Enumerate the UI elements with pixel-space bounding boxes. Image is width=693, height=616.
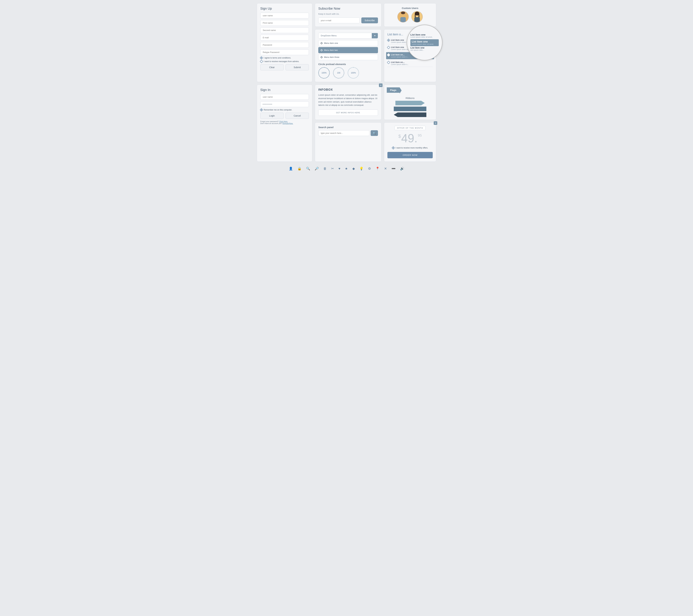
price-main: 49.	[401, 132, 418, 144]
search-row: 🔍	[318, 130, 378, 136]
user-icon[interactable]: 👤	[289, 166, 293, 171]
flags-label: Flags	[387, 87, 400, 93]
forgot-link[interactable]: Click Here.	[279, 120, 288, 122]
signin-links: Forgot your password? Click Here. Don't …	[260, 120, 309, 124]
infobox-close-button[interactable]: ✕	[379, 83, 382, 87]
infobox-panel: ✕ INFOBOX Lorem ipsum dolor sit amet, co…	[315, 85, 381, 120]
list-diamond-4	[387, 61, 390, 64]
circle-value-3: 100%	[351, 72, 356, 74]
login-button[interactable]: Login	[260, 113, 283, 119]
dropdown-row[interactable]: DropDown Menu ▼	[318, 33, 378, 38]
menu-item-three-label: Menu item three	[324, 56, 339, 58]
monthly-checkbox-row[interactable]: I want to receive more monthly offers.	[388, 147, 433, 149]
clear-button[interactable]: Clear	[260, 64, 283, 71]
avatars-row	[388, 11, 433, 22]
list-item-4[interactable]: List item on... Lorem ipsum dolor s...	[388, 60, 433, 67]
dropdown-arrow-icon[interactable]: ▼	[372, 33, 378, 38]
lightbulb-icon[interactable]: 💡	[359, 166, 363, 171]
list-diamond-3	[387, 53, 390, 57]
agree-checkbox[interactable]	[260, 56, 263, 59]
trash-icon[interactable]: 🗑	[323, 167, 326, 171]
remember-checkbox-row[interactable]: Remember me on this computer.	[260, 109, 309, 111]
submit-button[interactable]: Submit	[285, 64, 309, 71]
signin-username-input[interactable]	[260, 94, 309, 100]
signup-password-input[interactable]	[260, 42, 309, 48]
list-diamond-1	[387, 39, 390, 42]
gear-icon[interactable]: ⚙	[368, 166, 371, 171]
search-button[interactable]: 🔍	[371, 130, 378, 136]
flag-banner: Flags	[387, 87, 433, 95]
offer-panel: ✕ OFFER OF THE MONTH $ 49. 95 I want to …	[384, 122, 436, 162]
circles-row: 100% 100 100%	[318, 67, 378, 79]
signup-retype-input[interactable]	[260, 49, 309, 55]
order-now-button[interactable]: ORDER NOW	[388, 152, 433, 158]
heart-icon[interactable]: ♥	[338, 167, 340, 171]
remember-label: Remember me on this computer.	[264, 109, 292, 111]
menu-diamond-three-icon	[320, 56, 323, 58]
signin-title: Sign In	[260, 88, 309, 92]
avatar-male-figure	[397, 11, 409, 22]
custom-users-panel: Custom Users	[384, 3, 436, 27]
infobox-cta-button[interactable]: GET MORE INFOS HERE	[318, 110, 378, 116]
agree-label: I agree to terms and conditions.	[264, 57, 291, 59]
signin-password-input[interactable]	[260, 101, 309, 107]
zoom-out-icon[interactable]: 🔎	[315, 166, 319, 171]
magnify-item-1-title: List item one	[410, 33, 439, 36]
signup-email-input[interactable]	[260, 35, 309, 40]
remember-checkbox[interactable]	[260, 108, 263, 112]
zoom-in-icon[interactable]: 🔍	[306, 166, 310, 171]
list-item-2-content: List item one Lorem ipsum dolor sit...	[391, 46, 410, 51]
menu-item-two[interactable]: Menu item two	[318, 47, 378, 53]
register-link[interactable]: RegisterNow.	[282, 122, 293, 124]
cancel-button[interactable]: Cancel	[285, 113, 309, 119]
forgot-text: Forgot your password?	[260, 120, 279, 122]
custom-users-title: Custom Users	[388, 7, 433, 9]
subscribe-panel: Subscribe Now Keep in touch with Us. Sub…	[315, 3, 381, 27]
signin-btn-row: Login Cancel	[260, 113, 309, 119]
subscribe-email-input[interactable]	[318, 17, 360, 23]
menu-item-three[interactable]: Menu item three	[318, 54, 378, 60]
pin-icon[interactable]: 📍	[376, 166, 380, 171]
scissors-icon[interactable]: ✂	[331, 166, 334, 171]
offer-close-button[interactable]: ✕	[434, 121, 437, 125]
svg-rect-1	[400, 17, 406, 22]
agree-checkbox-row[interactable]: I agree to terms and conditions.	[260, 57, 309, 59]
star-icon[interactable]: ★	[345, 166, 348, 171]
menu-item-one[interactable]: Menu item one	[318, 40, 378, 46]
magnify-item-3-title: List item one	[410, 46, 439, 49]
diamond-icon[interactable]: ◆	[352, 166, 355, 171]
menu-item-one-label: Menu item one	[324, 42, 338, 44]
magnify-item-1: List item one Lorem ipsum dolor sit amet…	[410, 33, 439, 38]
search-title: Search panel	[318, 126, 378, 128]
list-item-2-title: List item one	[391, 46, 410, 48]
lock-icon[interactable]: 🔒	[297, 166, 301, 171]
ribbon-1	[395, 101, 425, 105]
messages-checkbox-row[interactable]: I want to receive messages from admins.	[260, 60, 309, 63]
subscribe-button[interactable]: Subscribe	[361, 17, 378, 23]
ribbon-2	[394, 106, 427, 111]
monthly-checkbox[interactable]	[392, 146, 395, 150]
list-diamond-2	[387, 46, 390, 49]
circles-title: Circle preload elements	[318, 63, 378, 65]
infobox-title: INFOBOX	[318, 88, 378, 92]
list-item-4-sub: Lorem ipsum dolor s...	[391, 63, 409, 65]
signup-firstname-input[interactable]	[260, 20, 309, 26]
signup-panel: Sign Up I agree to terms and conditions.…	[257, 3, 312, 82]
menu-item-two-label: Menu item two	[324, 49, 338, 51]
circle-loader-3: 100%	[348, 67, 359, 79]
close-icon[interactable]: ✕	[384, 166, 387, 171]
svg-rect-4	[414, 17, 420, 22]
search-panel: Search panel 🔍	[315, 122, 381, 162]
signup-title: Sign Up	[260, 7, 309, 11]
messages-label: I want to receive messages from admins.	[264, 60, 299, 63]
signup-secondname-input[interactable]	[260, 27, 309, 33]
list-item-3-content: List item on... Lorem ipsum dolor s...	[391, 54, 409, 58]
search-input[interactable]	[318, 130, 369, 136]
messages-checkbox[interactable]	[260, 60, 263, 63]
minus-icon[interactable]: ➖	[392, 166, 396, 171]
circle-value-1: 100%	[321, 72, 326, 74]
signup-username-input[interactable]	[260, 13, 309, 18]
volume-icon[interactable]: 🔊	[400, 166, 404, 171]
menu-diamond-icon	[320, 42, 323, 44]
circle-loader-1: 100%	[318, 67, 330, 79]
